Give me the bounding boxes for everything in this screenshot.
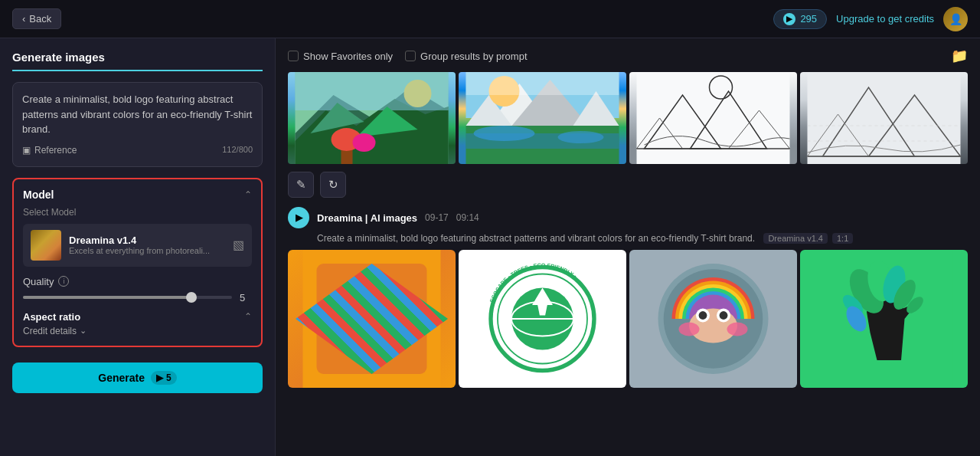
select-model-label: Select Model — [23, 207, 252, 218]
svg-marker-39 — [358, 298, 386, 343]
top-image-grid — [288, 72, 968, 164]
slider-thumb[interactable] — [186, 292, 197, 303]
top-image-4[interactable] — [800, 72, 968, 164]
avatar[interactable]: 👤 — [943, 7, 968, 31]
aspect-ratio-label: Aspect ratio — [23, 311, 80, 323]
back-label: Back — [29, 13, 51, 25]
gen-date: 09-17 09:14 — [425, 212, 479, 223]
generated-image-1[interactable] — [288, 250, 456, 388]
model-chevron-icon[interactable]: ⌃ — [244, 189, 252, 200]
credits-bolt-icon: ▶ — [156, 372, 163, 383]
ratio-meta-tag: 1:1 — [832, 233, 853, 244]
svg-point-19 — [474, 126, 535, 141]
credits-badge: ▶ 295 — [773, 9, 827, 29]
generated-image-4[interactable] — [800, 250, 968, 388]
gen-image-4-svg — [800, 250, 968, 388]
prompt-footer: ▣ Reference 112/800 — [22, 143, 253, 157]
generated-image-3[interactable] — [629, 250, 797, 388]
credit-details-row[interactable]: Credit details ⌄ — [23, 326, 252, 336]
sidebar-title: Generate images — [12, 51, 263, 71]
svg-marker-37 — [345, 271, 400, 360]
model-meta-tag: Dreamina v1.4 — [763, 233, 828, 244]
svg-rect-17 — [466, 72, 619, 95]
gen-image-2-svg: ECOCARE • TREES • ECO FRIENDLY • — [459, 250, 626, 388]
back-arrow-icon: ‹ — [22, 13, 25, 25]
show-favorites-row[interactable]: Show Favorites only — [288, 51, 393, 62]
top-image-2-svg — [459, 72, 626, 164]
slider-fill — [23, 296, 190, 299]
edit-action-button[interactable]: ✎ — [288, 172, 314, 198]
generate-credits-value: 5 — [166, 372, 172, 383]
svg-marker-40 — [361, 309, 382, 333]
model-info: Dreamina v1.4 Excels at everything from … — [69, 235, 225, 255]
model-section: Model ⌃ Select Model Dreamina v1.4 Excel… — [12, 178, 263, 347]
gen-image-3-svg — [629, 250, 797, 388]
top-image-3[interactable] — [629, 72, 797, 164]
gen-prompt: Create a minimalist, bold logo featuring… — [288, 233, 968, 244]
credit-details-label: Credit details — [23, 326, 77, 336]
slider-row: 5 — [23, 292, 252, 303]
generate-credits-badge: ▶ 5 — [151, 371, 177, 385]
quality-value: 5 — [240, 292, 252, 303]
toolbar-left: Show Favorites only Group results by pro… — [288, 51, 528, 62]
model-name: Dreamina v1.4 — [69, 235, 225, 246]
top-image-1-svg — [288, 72, 456, 164]
top-image-4-svg — [800, 72, 968, 164]
folder-icon[interactable]: 📁 — [951, 48, 968, 64]
action-bar: ✎ ↻ — [288, 172, 968, 198]
sidebar: Generate images Create a minimalist, bol… — [0, 38, 276, 456]
group-results-label: Group results by prompt — [420, 51, 527, 62]
model-settings-icon[interactable]: ▧ — [233, 238, 244, 252]
generate-label: Generate — [98, 372, 145, 384]
quality-info-icon[interactable]: i — [58, 276, 69, 287]
top-image-2[interactable] — [459, 72, 626, 164]
group-results-checkbox[interactable] — [405, 51, 416, 61]
credit-details-chevron-icon: ⌄ — [80, 326, 87, 336]
svg-rect-4 — [296, 72, 449, 110]
upgrade-button[interactable]: Upgrade to get credits — [836, 13, 934, 25]
reference-button[interactable]: ▣ Reference — [22, 143, 77, 157]
svg-marker-38 — [351, 284, 393, 350]
quality-row: Quality i — [23, 276, 252, 287]
prompt-text: Create a minimalist, bold logo featuring… — [22, 92, 253, 137]
topbar-right: ▶ 295 Upgrade to get credits 👤 — [773, 7, 968, 31]
top-image-3-svg — [629, 72, 797, 164]
model-section-header: Model ⌃ — [23, 189, 252, 201]
svg-point-58 — [679, 323, 700, 336]
group-results-row[interactable]: Group results by prompt — [405, 51, 527, 62]
svg-point-59 — [727, 323, 748, 336]
generation-result: ▶ Dreamina | AI images 09-17 09:14 Creat… — [288, 207, 968, 388]
refresh-action-button[interactable]: ↻ — [320, 172, 346, 198]
svg-point-20 — [558, 131, 604, 143]
generated-image-grid: ECOCARE • TREES • ECO FRIENDLY • — [288, 250, 968, 388]
gen-title: Dreamina | AI images — [317, 212, 417, 224]
aspect-ratio-row: Aspect ratio ⌃ — [23, 311, 252, 323]
top-image-1[interactable] — [288, 72, 456, 164]
gen-image-1-svg — [288, 250, 456, 388]
main-layout: Generate images Create a minimalist, bol… — [0, 38, 980, 456]
credits-count: 295 — [800, 13, 817, 25]
aspect-chevron-icon[interactable]: ⌃ — [244, 311, 252, 322]
gen-meta-tags: Dreamina v1.4 1:1 — [763, 233, 853, 244]
reference-icon: ▣ — [22, 143, 31, 157]
model-desc: Excels at everything from photoreali... — [69, 246, 222, 255]
content-toolbar: Show Favorites only Group results by pro… — [288, 48, 968, 64]
gen-avatar: ▶ — [288, 207, 309, 228]
svg-point-57 — [720, 311, 728, 320]
back-button[interactable]: ‹ Back — [12, 8, 61, 29]
svg-point-9 — [353, 133, 376, 152]
char-count: 112/800 — [222, 143, 253, 156]
quality-label: Quality — [23, 276, 54, 287]
gen-header: ▶ Dreamina | AI images 09-17 09:14 — [288, 207, 968, 228]
reference-label: Reference — [34, 143, 77, 157]
topbar: ‹ Back ▶ 295 Upgrade to get credits 👤 — [0, 0, 980, 38]
show-favorites-label: Show Favorites only — [303, 51, 393, 62]
model-item[interactable]: Dreamina v1.4 Excels at everything from … — [23, 224, 252, 267]
show-favorites-checkbox[interactable] — [288, 51, 299, 61]
quality-slider[interactable] — [23, 296, 232, 299]
svg-rect-36 — [317, 264, 427, 374]
generated-image-2[interactable]: ECOCARE • TREES • ECO FRIENDLY • — [459, 250, 626, 388]
model-thumbnail — [31, 230, 61, 261]
generate-button[interactable]: Generate ▶ 5 — [12, 363, 263, 393]
prompt-box[interactable]: Create a minimalist, bold logo featuring… — [12, 82, 263, 167]
